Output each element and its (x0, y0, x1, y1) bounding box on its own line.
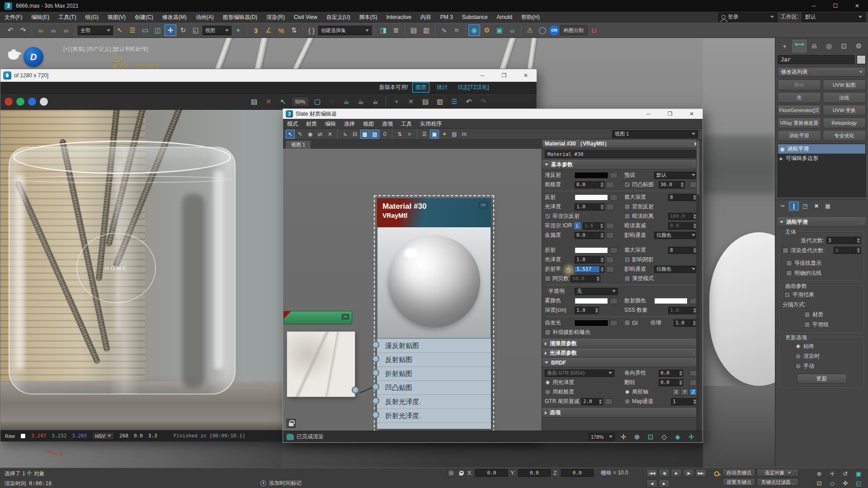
modifier-list-combo[interactable]: 修改器列表 (778, 67, 866, 77)
map-button[interactable] (606, 182, 614, 188)
axis-x-button[interactable]: X (672, 389, 680, 395)
add-time-tag[interactable]: 添加时间标记 (260, 479, 302, 487)
scale-icon[interactable]: ◱ (190, 24, 202, 36)
slate-menu-item[interactable]: 模式 (283, 118, 302, 129)
login-button[interactable]: 登录 (718, 13, 777, 22)
slate-menu-item[interactable]: 编辑 (321, 118, 340, 129)
stack-row[interactable]: ▶可编辑多边形 (778, 154, 865, 163)
or-badge-icon[interactable]: OR (549, 25, 559, 35)
spin-up-icon[interactable] (601, 205, 604, 206)
put-material-icon[interactable]: ⇄ (316, 130, 325, 139)
by-material-checkbox[interactable] (804, 312, 810, 318)
modifier-button[interactable]: UVW 变换 (823, 105, 866, 116)
menu-item[interactable]: 组(G) (81, 12, 103, 23)
menu-item[interactable]: 渲染(R) (262, 12, 289, 23)
map-button[interactable] (606, 266, 614, 272)
preview-window-icon[interactable]: ▣ (430, 130, 439, 139)
u-plugin-icon[interactable]: U (588, 24, 600, 36)
checkbox[interactable] (545, 276, 551, 282)
menu-item[interactable]: 编辑(E) (27, 12, 54, 23)
spin-down-icon[interactable] (599, 402, 602, 404)
spinner-field[interactable]: 1 (671, 398, 697, 405)
checkbox[interactable] (624, 182, 630, 188)
zoom-level-button[interactable]: 50% (292, 97, 309, 107)
texture-node-collapsed[interactable]: ─ (284, 311, 352, 324)
dropdown[interactable]: 微面 GTR (GGX) (545, 370, 614, 377)
render-setup-icon[interactable]: ⚙ (481, 24, 493, 36)
warning-icon[interactable]: ⚠ (524, 24, 536, 36)
render-last-icon[interactable]: ☕ (340, 96, 352, 108)
menu-item[interactable]: 脚本(S) (354, 12, 382, 23)
slot-socket[interactable] (372, 341, 379, 348)
spinner-arrows[interactable] (680, 182, 684, 188)
spin-up-icon[interactable] (679, 371, 682, 373)
spin-up-icon[interactable] (601, 183, 604, 184)
vfb-redo-icon[interactable]: ↷ (477, 96, 489, 108)
checkbox[interactable] (545, 213, 551, 219)
spin-up-icon[interactable] (600, 224, 603, 225)
map-button[interactable] (606, 232, 614, 239)
spinner-field[interactable]: 1.0 (668, 307, 697, 314)
spinner-arrows[interactable] (594, 307, 599, 314)
vfb-undo-icon[interactable]: ↶ (463, 96, 475, 108)
tab-hierarchy[interactable]: 品 (807, 40, 821, 52)
move-icon[interactable]: ✛ (165, 24, 176, 36)
node-view[interactable]: 视图 1 ─ Material #30 VRayMtl ─ 漫反射 (283, 140, 542, 431)
slate-menu-item[interactable]: 视图 (359, 118, 378, 129)
bind-spacewarp-icon[interactable]: ∞ (60, 24, 72, 36)
spinner-field[interactable]: 1.6 (583, 222, 604, 230)
undo-icon[interactable]: ↶ (5, 24, 16, 36)
output-socket[interactable] (352, 386, 359, 394)
show-end-result-icon[interactable]: ❙ (789, 202, 799, 211)
spinner-field[interactable]: 1.0 (575, 256, 604, 263)
next-key-button[interactable]: |▶ (683, 469, 694, 477)
color-swatch[interactable] (654, 298, 688, 304)
rendered-frame-icon[interactable]: ▣ (494, 24, 505, 36)
menu-item[interactable]: 创建(C) (130, 12, 158, 23)
rollout-4-header[interactable]: BRDF∷ (542, 358, 700, 367)
map-button[interactable] (606, 204, 614, 210)
curve-editor-icon[interactable]: ∿ (438, 24, 450, 36)
spin-down-icon[interactable] (601, 270, 604, 272)
slot-socket[interactable] (372, 411, 379, 418)
schematic-view-icon[interactable]: ⌗ (451, 24, 462, 36)
vfb-titlebar[interactable]: of 1280 x 720] ─ ❐ ✕ (0, 69, 537, 82)
slot-socket[interactable] (372, 355, 379, 362)
green-channel-icon[interactable] (16, 97, 25, 106)
menu-item[interactable]: PM 3 (436, 12, 458, 23)
color-swatch[interactable] (575, 194, 608, 201)
render-iters-checkbox[interactable] (783, 248, 788, 253)
go-start-button[interactable]: |◀◀ (646, 469, 657, 477)
blue-channel-icon[interactable] (28, 97, 37, 106)
prev-key-button[interactable]: ◀| (659, 469, 670, 477)
radio[interactable] (624, 399, 630, 404)
spinner-arrows[interactable] (598, 399, 603, 405)
map-button[interactable] (606, 257, 614, 263)
parameter-panel-header[interactable]: Material #30 （VRayMtl） x (542, 140, 700, 148)
spin-up-icon[interactable] (693, 248, 696, 250)
unlink-icon[interactable]: ∞ (47, 24, 59, 36)
prev-frame-button[interactable]: ◀ (646, 479, 657, 488)
material-node-collapse-button[interactable]: ─ (479, 202, 487, 208)
slate-titlebar[interactable]: 3 Slate 材质编辑器 ─ ❐ ✕ (283, 109, 703, 119)
menu-item[interactable]: 工具(T) (54, 12, 80, 23)
x-coordinate-field[interactable]: 0.0 (475, 469, 508, 477)
ref-coord-combo[interactable]: 视图 (203, 26, 231, 35)
show-background-icon[interactable]: ▨ (370, 130, 379, 139)
walk-through-icon[interactable]: ✜ (839, 479, 852, 488)
menu-item[interactable]: 动画(A) (191, 12, 218, 23)
bitmap-gamma-icon[interactable]: ✦ (440, 130, 449, 139)
move-children-icon[interactable]: ↳ (340, 130, 349, 139)
radio[interactable] (624, 389, 630, 395)
slate-pan-icon[interactable]: ✛ (618, 431, 629, 443)
scene-explorer-icon[interactable]: ▥ (420, 24, 432, 36)
update-available-link[interactable]: 新版本可用! (379, 84, 408, 91)
map-button[interactable] (605, 399, 613, 405)
spinner-field[interactable]: 2.0 (581, 398, 603, 405)
turbosmooth-rollout-header[interactable]: 涡轮平滑 ∷ (778, 217, 866, 227)
maximize-viewport-icon[interactable]: ▣ (852, 469, 865, 478)
spin-down-icon[interactable] (693, 217, 696, 219)
spinner-arrows[interactable] (678, 370, 683, 376)
slate-maximize-button[interactable]: ❐ (659, 109, 681, 119)
spin-down-icon[interactable] (679, 374, 682, 375)
